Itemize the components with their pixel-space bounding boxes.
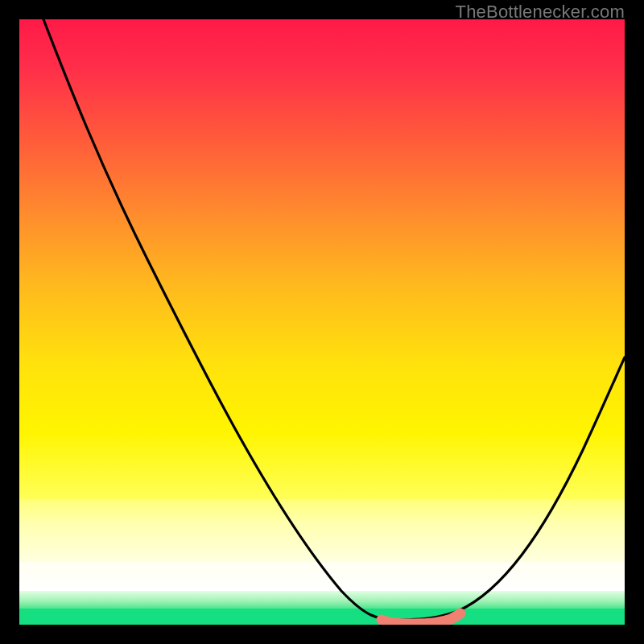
watermark-text: TheBottlenecker.com — [456, 2, 625, 23]
gradient-red-yellow — [19, 19, 625, 499]
plot-area — [19, 19, 625, 625]
gradient-white — [19, 562, 625, 591]
gradient-green-fade — [19, 591, 625, 609]
gradient-green — [19, 609, 625, 625]
chart-frame: TheBottlenecker.com — [0, 0, 644, 644]
gradient-yellow-pale — [19, 499, 625, 562]
